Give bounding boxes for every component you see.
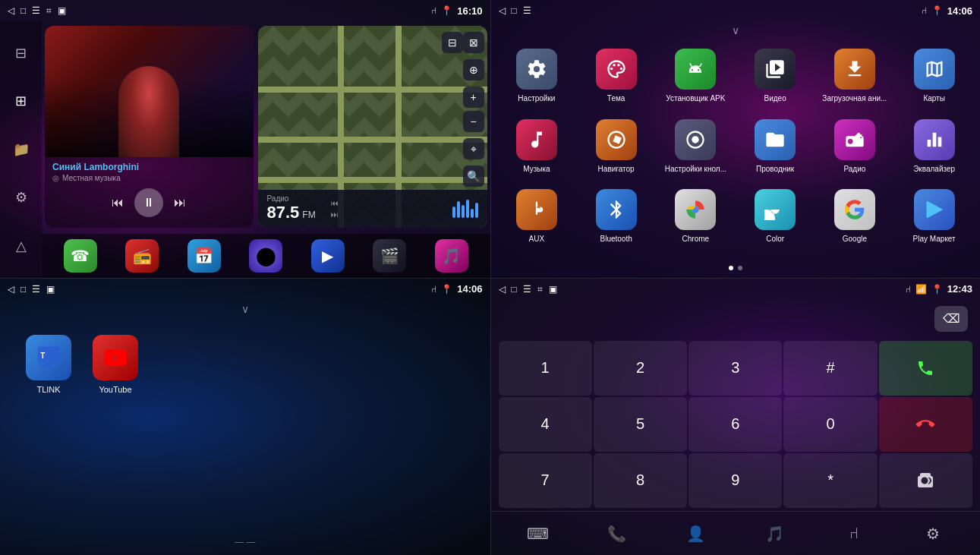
app-grid: Настройки Тема Установщик APK Видео Загр…: [491, 38, 981, 255]
back-icon[interactable]: ◁: [8, 5, 14, 16]
app-icon: [834, 49, 875, 90]
app-label: Видео: [764, 94, 786, 103]
menu-icon-q4[interactable]: ☰: [523, 284, 531, 295]
app-item-chrome[interactable]: Chrome: [657, 183, 734, 251]
page-dots-q3: — —: [235, 537, 255, 547]
map-compass-btn[interactable]: ⌖: [463, 138, 484, 159]
key-4[interactable]: 4: [499, 397, 592, 452]
app-item-установщик-apk[interactable]: Установщик APK: [657, 43, 734, 110]
app-item-навигатор[interactable]: Навигатор: [578, 113, 654, 181]
backspace-button[interactable]: ⌫: [934, 306, 968, 332]
dialer-settings-btn[interactable]: ⚙: [918, 519, 948, 549]
skip-next-btn[interactable]: ⏭: [331, 210, 339, 219]
home-icon-q4[interactable]: □: [512, 284, 517, 295]
app-label: Google: [843, 235, 867, 244]
app-grid-quadrant: ◁ □ ☰ ⑁ 📍 14:06 ∨ Настройки Тема Установ…: [490, 0, 981, 278]
skip-prev-btn[interactable]: ⏮: [331, 199, 339, 207]
menu-icon-q2[interactable]: ☰: [523, 5, 531, 16]
sidebar-icon-files[interactable]: 📁: [9, 137, 33, 162]
chevron-down-q3[interactable]: ∨: [241, 303, 249, 315]
app-item-google[interactable]: Google: [817, 183, 893, 251]
key-1[interactable]: 1: [499, 341, 592, 396]
app-item-видео[interactable]: Видео: [737, 43, 814, 110]
bluetooth-in-dialer-btn[interactable]: ⑁: [839, 519, 869, 549]
dock-radio[interactable]: 📻: [125, 239, 159, 273]
key-3[interactable]: 3: [689, 341, 782, 396]
sidebar-icon-nav[interactable]: △: [9, 234, 33, 258]
map-settings-btn[interactable]: ⊕: [463, 59, 484, 80]
sidebar-icon-equalizer[interactable]: ⊞: [9, 89, 33, 113]
app-item-настройки-кнол...[interactable]: Настройки кнол...: [657, 113, 734, 181]
sidebar-icon-settings[interactable]: ⚙: [9, 185, 33, 210]
clock-q4: 12:43: [947, 283, 972, 295]
key-8[interactable]: 8: [594, 453, 687, 508]
app-item-эквалайзер[interactable]: Эквалайзер: [896, 113, 972, 181]
key-2[interactable]: 2: [594, 341, 687, 396]
eq-bar: [457, 201, 460, 218]
status-bar-q4: ◁ □ ☰ ⌗ ▣ ⑁ 📶 📍 12:43: [491, 279, 981, 300]
key-5[interactable]: 5: [594, 397, 687, 452]
key-↙[interactable]: [879, 397, 972, 452]
home-icon-q3[interactable]: □: [20, 284, 26, 295]
contacts-tab-btn[interactable]: 👤: [681, 519, 711, 549]
app-item-тема[interactable]: Тема: [578, 43, 654, 110]
dock-phone[interactable]: ☎: [64, 239, 97, 273]
chevron-down-q2[interactable]: ∨: [732, 24, 739, 36]
back-icon-q3[interactable]: ◁: [8, 284, 14, 295]
app-item-карты[interactable]: Карты: [896, 43, 972, 110]
radio-band: FM: [302, 210, 315, 220]
next-button[interactable]: ⏭: [174, 196, 186, 210]
play-pause-button[interactable]: ⏸: [134, 188, 163, 217]
key-📲[interactable]: [879, 453, 972, 508]
call-log-tab-btn[interactable]: 📞: [602, 519, 632, 549]
app-item-загрузочная-ани...[interactable]: Загрузочная ани...: [817, 43, 893, 110]
key-7[interactable]: 7: [499, 453, 592, 508]
home-icon[interactable]: □: [20, 5, 26, 16]
key-6[interactable]: 6: [689, 397, 782, 452]
menu-icon-q3[interactable]: ☰: [32, 284, 40, 295]
app-item-радио[interactable]: Радио: [817, 113, 893, 181]
dock-home[interactable]: ⬤: [249, 239, 282, 273]
back-icon-q2[interactable]: ◁: [499, 5, 506, 16]
map-zoom-in-btn[interactable]: +: [463, 87, 484, 108]
app-label: Bluetooth: [600, 235, 632, 244]
key-9[interactable]: 9: [689, 453, 782, 508]
launcher-app-tlink[interactable]: T TLINK: [23, 332, 74, 398]
key-0[interactable]: 0: [783, 397, 877, 452]
dock-playstore[interactable]: ▶: [311, 239, 345, 273]
app-item-проводник[interactable]: Проводник: [737, 113, 814, 181]
dock-calendar[interactable]: 📅: [187, 239, 221, 273]
app-item-настройки[interactable]: Настройки: [499, 43, 575, 110]
launcher-app-youtube[interactable]: YouTube: [90, 332, 141, 398]
page-dot-1[interactable]: [729, 266, 733, 270]
svg-rect-7: [46, 363, 51, 366]
app-label: AUX: [529, 235, 545, 244]
music-panel: Синий Lamborghini ◎ Местная музыка ⏮ ⏸ ⏭: [45, 26, 254, 228]
key-#[interactable]: #: [783, 341, 877, 396]
app-item-color[interactable]: Color: [737, 183, 814, 251]
keypad: 123#4560789*: [491, 338, 981, 512]
app-item-музыка[interactable]: Музыка: [499, 113, 575, 181]
app-item-bluetooth[interactable]: Bluetooth: [578, 183, 654, 251]
music-source-label: Местная музыка: [62, 174, 121, 182]
map-search-btn[interactable]: 🔍: [463, 166, 484, 187]
app-item-aux[interactable]: AUX: [499, 183, 575, 251]
app-label: Установщик APK: [666, 94, 725, 103]
music-in-dialer-btn[interactable]: 🎵: [760, 519, 790, 549]
prev-button[interactable]: ⏮: [112, 196, 124, 210]
dock-music[interactable]: 🎵: [435, 239, 468, 273]
key-*[interactable]: *: [783, 453, 877, 508]
map-zoom-out-btn[interactable]: −: [463, 111, 484, 132]
menu-icon[interactable]: ☰: [32, 5, 40, 16]
back-icon-q4[interactable]: ◁: [499, 284, 506, 295]
app-item-play-маркет[interactable]: Play Маркет: [896, 183, 972, 251]
key-☎[interactable]: [879, 341, 972, 396]
dialpad-tab-btn[interactable]: ⌨: [523, 519, 553, 549]
map-layers-btn[interactable]: ⊟: [442, 32, 463, 53]
home-icon-q2[interactable]: □: [512, 5, 517, 16]
sidebar-icon-audio[interactable]: ⊟: [9, 41, 33, 65]
map-fullscreen-btn[interactable]: ⊠: [463, 32, 484, 53]
app-icon: [596, 119, 637, 160]
dock-video[interactable]: 🎬: [373, 239, 406, 273]
page-dot-2[interactable]: [738, 266, 742, 270]
